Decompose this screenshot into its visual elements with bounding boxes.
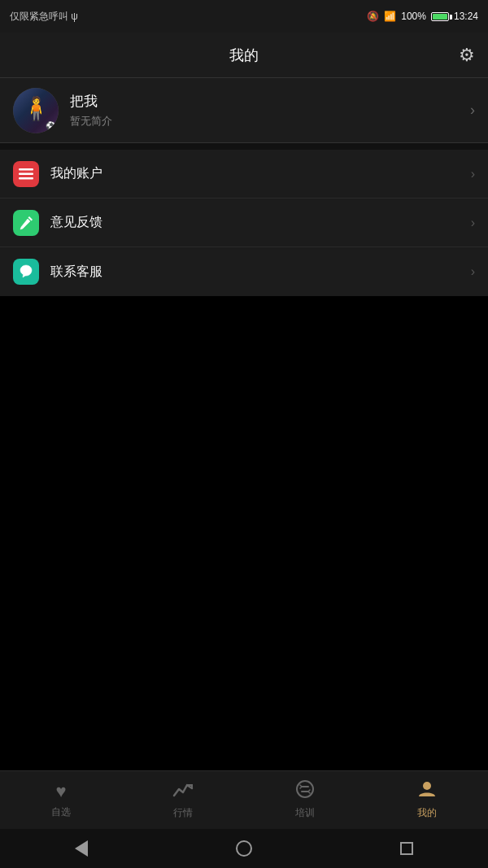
svg-rect-0 bbox=[19, 168, 33, 171]
menu-label-feedback: 意见反馈 bbox=[50, 214, 471, 231]
system-nav bbox=[0, 829, 488, 868]
avatar: 🧍 bbox=[13, 88, 59, 133]
avatar-figure: 🧍 bbox=[22, 98, 50, 120]
profile-row[interactable]: 🧍 把我 暂无简介 › bbox=[0, 78, 488, 143]
status-left-text: 仅限紧急呼叫 ψ bbox=[10, 10, 78, 24]
bottom-nav: ♥ 自选 行情 培训 bbox=[0, 770, 488, 829]
battery-fill bbox=[433, 14, 447, 20]
svg-rect-1 bbox=[19, 172, 33, 175]
account-icon-svg bbox=[19, 168, 33, 180]
recents-icon bbox=[400, 842, 413, 855]
account-icon bbox=[13, 161, 39, 187]
battery-icon bbox=[431, 12, 449, 21]
menu-item-account[interactable]: 我的账户 › bbox=[0, 150, 488, 198]
menu-item-feedback[interactable]: 意见反馈 › bbox=[0, 198, 488, 247]
status-bar: 仅限紧急呼叫 ψ 🔕 📶 100% 13:24 bbox=[0, 0, 488, 33]
nav-label-training: 培训 bbox=[295, 806, 315, 820]
menu-label-account: 我的账户 bbox=[50, 165, 471, 182]
feedback-icon bbox=[13, 210, 39, 236]
menu-chevron-account: › bbox=[471, 167, 475, 181]
battery-text: 100% bbox=[401, 11, 426, 22]
menu-chevron-feedback: › bbox=[471, 216, 475, 230]
svg-rect-2 bbox=[19, 177, 33, 180]
nav-item-favorites[interactable]: ♥ 自选 bbox=[0, 781, 122, 819]
profile-chevron: › bbox=[470, 102, 475, 119]
home-icon bbox=[236, 840, 252, 857]
back-icon bbox=[75, 840, 88, 857]
market-icon bbox=[172, 781, 194, 803]
menu-chevron-service: › bbox=[471, 264, 475, 279]
svg-point-7 bbox=[423, 782, 431, 790]
market-chart-icon bbox=[172, 781, 194, 799]
back-button[interactable] bbox=[57, 829, 106, 868]
svg-point-5 bbox=[28, 270, 29, 272]
menu-item-service[interactable]: 联系客服 › bbox=[0, 247, 488, 296]
nav-item-market[interactable]: 行情 bbox=[122, 781, 244, 820]
recents-button[interactable] bbox=[382, 829, 431, 868]
svg-point-3 bbox=[24, 270, 25, 272]
page-title: 我的 bbox=[229, 46, 259, 65]
service-icon bbox=[13, 259, 39, 285]
settings-gear-icon[interactable]: ⚙ bbox=[459, 45, 475, 66]
avatar-image: 🧍 bbox=[13, 88, 59, 133]
profile-name: 把我 bbox=[70, 92, 470, 111]
main-content-area bbox=[0, 296, 488, 735]
service-icon-svg bbox=[19, 264, 33, 279]
menu-label-service: 联系客服 bbox=[50, 264, 471, 281]
battery-icon-container bbox=[431, 11, 449, 22]
nav-item-mine[interactable]: 我的 bbox=[366, 780, 488, 820]
mine-icon bbox=[416, 780, 438, 803]
menu-section: 我的账户 › 意见反馈 › 联系客服 › bbox=[0, 150, 488, 296]
section-divider bbox=[0, 143, 488, 150]
profile-info: 把我 暂无简介 bbox=[70, 92, 470, 129]
wifi-icon: 📶 bbox=[384, 11, 396, 22]
home-button[interactable] bbox=[220, 829, 268, 868]
training-icon bbox=[294, 780, 316, 803]
training-exchange-icon bbox=[294, 780, 316, 798]
nav-item-training[interactable]: 培训 bbox=[244, 780, 366, 820]
svg-point-4 bbox=[25, 270, 27, 272]
favorites-icon: ♥ bbox=[55, 781, 66, 802]
feedback-icon-svg bbox=[19, 216, 33, 230]
status-right-group: 🔕 📶 100% 13:24 bbox=[367, 11, 478, 22]
nav-label-market: 行情 bbox=[173, 806, 193, 820]
nav-label-favorites: 自选 bbox=[51, 805, 71, 819]
time-display: 13:24 bbox=[454, 11, 478, 22]
svg-point-6 bbox=[297, 781, 313, 797]
profile-bio: 暂无简介 bbox=[70, 114, 470, 129]
nav-label-mine: 我的 bbox=[417, 806, 437, 820]
mine-user-icon bbox=[416, 780, 438, 798]
mute-icon: 🔕 bbox=[367, 11, 379, 22]
page-header: 我的 ⚙ bbox=[0, 33, 488, 78]
